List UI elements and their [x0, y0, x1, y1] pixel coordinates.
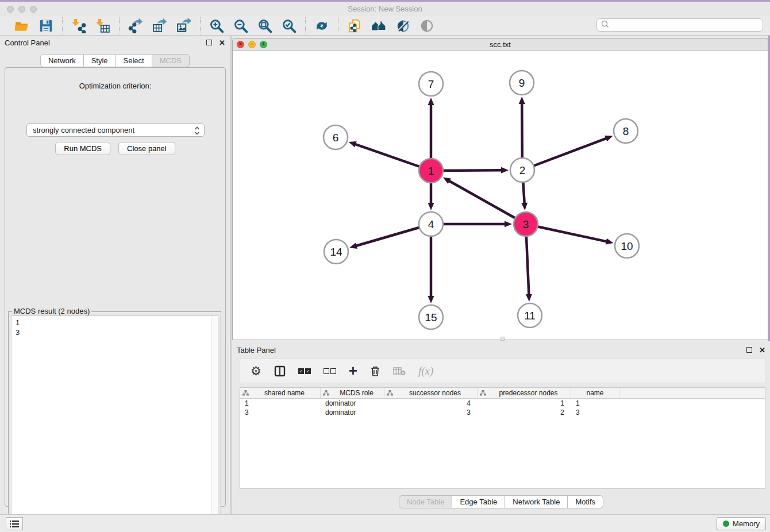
eye-icon[interactable] — [419, 18, 435, 34]
save-session-icon[interactable] — [38, 18, 54, 34]
clone-network-icon[interactable] — [346, 18, 363, 34]
dropdown-arrows-icon — [194, 126, 201, 137]
table-cell[interactable]: 3 — [240, 408, 321, 417]
run-mcds-button[interactable]: Run MCDS — [55, 142, 110, 155]
column-header-predecessor-nodes[interactable]: predecessor nodes — [478, 388, 571, 398]
tab-network-table[interactable]: Network Table — [505, 495, 568, 508]
graph-node-1[interactable]: 1 — [419, 159, 443, 183]
table-cell[interactable]: 3 — [384, 408, 478, 417]
table-cell[interactable]: dominator — [321, 408, 384, 417]
svg-text:8: 8 — [623, 125, 629, 137]
mcds-result-line[interactable]: 3 — [16, 327, 218, 337]
delete-column-icon[interactable] — [370, 365, 380, 377]
close-table-panel-icon[interactable]: ✕ — [759, 346, 765, 354]
column-header-shared-name[interactable]: shared name — [240, 388, 321, 398]
graph-arrowhead-1-7 — [428, 98, 434, 105]
gear-icon[interactable]: ⚙ — [251, 365, 261, 377]
table-cell[interactable]: 4 — [384, 399, 478, 408]
graph-node-7[interactable]: 7 — [419, 72, 443, 96]
tab-motifs[interactable]: Motifs — [568, 495, 603, 508]
graph-node-10[interactable]: 10 — [615, 234, 639, 258]
float-table-panel-icon[interactable] — [746, 347, 752, 353]
select-all-icon[interactable]: ✓✓ — [298, 368, 311, 374]
cytoscape-app: { "desktop_color": "#B49BC8", "window": … — [0, 0, 770, 532]
control-panel-title: Control Panel — [5, 38, 50, 47]
table-cell[interactable]: 1 — [571, 399, 619, 408]
import-table-icon[interactable] — [95, 18, 111, 34]
search-input[interactable] — [610, 20, 763, 30]
memory-status-dot — [723, 521, 729, 527]
table-cell[interactable]: dominator — [321, 399, 384, 408]
task-history-button[interactable] — [6, 517, 23, 530]
graph-node-8[interactable]: 8 — [614, 119, 638, 143]
graph-node-4[interactable]: 4 — [419, 212, 443, 236]
zoom-out-icon[interactable] — [233, 18, 249, 34]
graph-node-9[interactable]: 9 — [510, 71, 534, 95]
split-view-icon[interactable] — [274, 365, 286, 377]
tab-node-table[interactable]: Node Table — [399, 495, 453, 508]
graph-edge-2-8[interactable] — [522, 138, 607, 170]
home-icon[interactable] — [371, 18, 387, 34]
table-cell[interactable]: 2 — [478, 408, 571, 417]
graph-node-11[interactable]: 11 — [518, 303, 542, 327]
table-panel-header: Table Panel ✕ — [232, 341, 770, 355]
add-column-icon[interactable]: + — [349, 365, 357, 377]
mcds-result-line[interactable]: 1 — [16, 318, 218, 327]
network-window-titlebar[interactable]: × − + scc.txt — [232, 38, 768, 51]
result-scrollbar[interactable] — [211, 316, 218, 530]
graph-arrowhead-4-15 — [428, 296, 434, 303]
export-image-icon[interactable] — [176, 18, 192, 34]
tab-style[interactable]: Style — [84, 54, 116, 67]
mcds-result-box: MCDS result (2 nodes) 13 — [8, 311, 221, 532]
control-panel: Control Panel ✕ NetworkStyleSelectMCDS O… — [0, 36, 230, 514]
float-panel-icon[interactable] — [206, 40, 212, 45]
svg-text:6: 6 — [333, 132, 339, 144]
close-panel-button[interactable]: Close panel — [118, 142, 175, 155]
table-row[interactable]: 1dominator411 — [240, 399, 765, 408]
export-table-icon[interactable] — [152, 18, 168, 34]
network-canvas[interactable]: 7968124314101511 — [232, 51, 768, 340]
graph-arrowhead-1-4 — [428, 203, 434, 210]
graph-node-2[interactable]: 2 — [510, 158, 534, 182]
column-header-name[interactable]: name — [571, 388, 619, 398]
zoom-selected-icon[interactable] — [281, 18, 297, 34]
column-header-successor-nodes[interactable]: successor nodes — [384, 388, 478, 398]
graph-arrowhead-1-2 — [501, 167, 509, 174]
tab-select[interactable]: Select — [116, 54, 152, 67]
tab-edge-table[interactable]: Edge Table — [452, 495, 505, 508]
tab-network[interactable]: Network — [40, 54, 84, 67]
table-row[interactable]: 3dominator323 — [240, 408, 765, 417]
graph-node-6[interactable]: 6 — [324, 125, 348, 149]
zoom-in-icon[interactable] — [209, 18, 225, 34]
tab-mcds[interactable]: MCDS — [152, 54, 190, 67]
column-header-MCDS-role[interactable]: MCDS role — [321, 388, 384, 398]
memory-button[interactable]: Memory — [717, 517, 766, 530]
graph-arrowhead-2-3 — [521, 203, 528, 210]
close-panel-icon[interactable]: ✕ — [219, 38, 225, 47]
mcds-result-list[interactable]: 13 — [11, 315, 218, 530]
export-network-icon[interactable] — [128, 18, 144, 34]
table-cell[interactable]: 1 — [240, 399, 321, 408]
show-graphics-details-icon[interactable] — [395, 18, 411, 34]
graph-arrowhead-2-9 — [519, 97, 525, 104]
table-cell[interactable]: 3 — [571, 408, 619, 417]
search-box[interactable] — [596, 18, 763, 32]
table-cell[interactable]: 1 — [478, 399, 571, 408]
graph-arrowhead-3-10 — [606, 238, 614, 245]
svg-text:7: 7 — [428, 78, 434, 90]
graph-node-15[interactable]: 15 — [419, 305, 443, 329]
zoom-fit-icon[interactable] — [257, 18, 273, 34]
table-tabs: Node TableEdge TableNetwork TableMotifs — [232, 495, 770, 508]
status-bar: Memory — [0, 514, 770, 532]
graph-edge-3-1[interactable] — [448, 180, 526, 224]
criterion-dropdown[interactable]: strongly connected component — [26, 124, 205, 137]
deselect-all-icon[interactable] — [324, 368, 336, 374]
refresh-icon[interactable] — [314, 18, 330, 34]
open-file-icon[interactable] — [14, 18, 30, 34]
graph-arrowhead-4-14 — [349, 242, 357, 249]
import-network-icon[interactable] — [71, 18, 87, 34]
graph-node-14[interactable]: 14 — [324, 240, 348, 264]
table-panel-title: Table Panel — [237, 346, 276, 354]
canvas-resize-grip[interactable] — [500, 337, 505, 341]
graph-node-3[interactable]: 3 — [514, 212, 538, 236]
